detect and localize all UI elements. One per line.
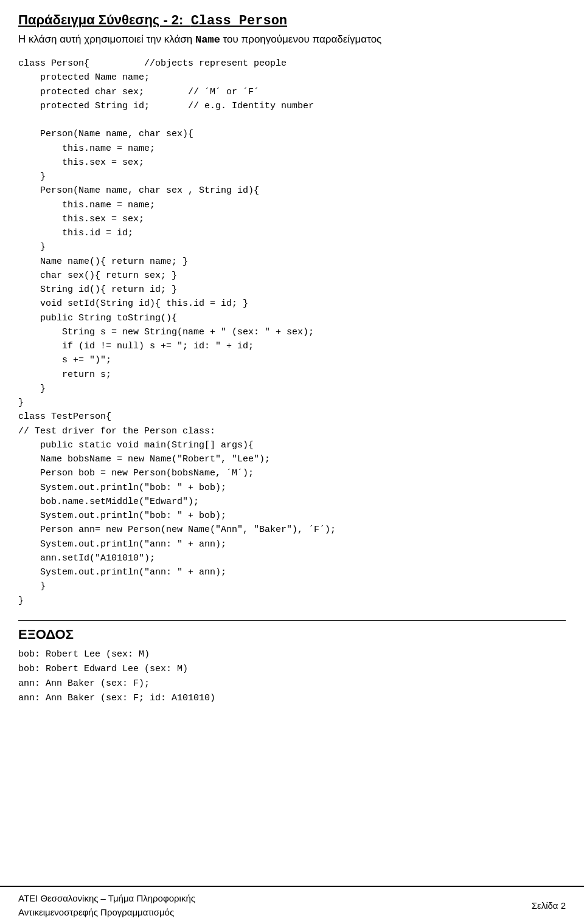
footer-institution: ΑΤΕΙ Θεσσαλονίκης – Τμήμα Πληροφορικής Α…: [18, 892, 195, 919]
subtitle-name-ref: Name: [195, 34, 220, 46]
title-class-name: Class Person: [191, 13, 287, 29]
main-code-block: class Person{ //objects represent people…: [18, 57, 566, 608]
page-footer: ΑΤΕΙ Θεσσαλονίκης – Τμήμα Πληροφορικής Α…: [0, 886, 584, 924]
output-section: ΕΞΟΔΟΣ bob: Robert Lee (sex: M) bob: Rob…: [18, 627, 566, 706]
page-container: Παράδειγμα Σύνθεσης - 2: Class Person Η …: [0, 0, 584, 773]
page-title: Παράδειγμα Σύνθεσης - 2: Class Person: [18, 12, 566, 29]
footer-institution-name: ΑΤΕΙ Θεσσαλονίκης – Τμήμα Πληροφορικής: [18, 892, 195, 906]
footer-page-number: Σελίδα 2: [532, 900, 566, 911]
output-label: ΕΞΟΔΟΣ: [18, 627, 566, 643]
title-section: Παράδειγμα Σύνθεσης - 2: Class Person Η …: [18, 12, 566, 46]
section-divider: [18, 620, 566, 621]
subtitle: Η κλάση αυτή χρησιμοποιεί την κλάση Name…: [18, 33, 566, 46]
footer-course-name: Αντικειμενοστρεφής Προγραμματισμός: [18, 906, 195, 920]
output-code: bob: Robert Lee (sex: M) bob: Robert Edw…: [18, 647, 566, 706]
